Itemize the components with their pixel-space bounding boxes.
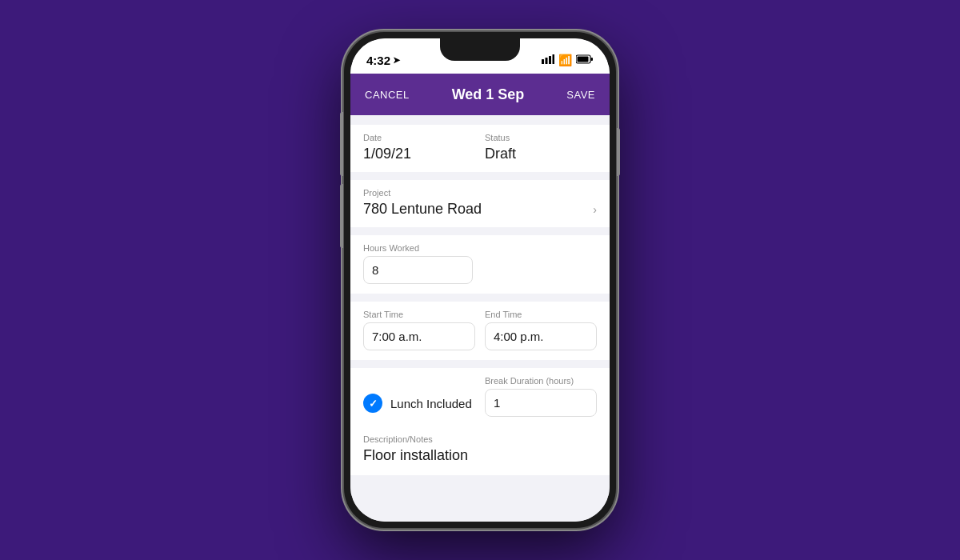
end-time-field: End Time 4:00 p.m.: [485, 310, 597, 350]
project-card: Project 780 Lentune Road ›: [350, 180, 610, 227]
svg-rect-1: [546, 58, 548, 64]
date-status-row: Date 1/09/21 Status Draft: [363, 133, 597, 162]
status-value[interactable]: Draft: [485, 146, 597, 162]
phone-wrapper: 4:32 ➤ 📶: [344, 32, 616, 528]
status-icons: 📶: [542, 53, 594, 67]
end-time-input[interactable]: 4:00 p.m.: [485, 322, 597, 350]
location-arrow-icon: ➤: [393, 55, 400, 66]
battery-icon: [576, 53, 594, 67]
checkmark-icon: ✓: [369, 398, 378, 410]
hours-label: Hours Worked: [363, 243, 597, 253]
wifi-icon: 📶: [558, 54, 572, 66]
time-card: Start Time 7:00 a.m. End Time 4:00 p.m.: [350, 302, 610, 360]
lunch-left: ✓ Lunch Included: [363, 376, 475, 416]
date-label: Date: [363, 133, 475, 142]
hours-input[interactable]: 8: [363, 256, 473, 284]
signal-icon: [542, 54, 554, 66]
form-content: Date 1/09/21 Status Draft Project 780 Le…: [350, 115, 610, 522]
status-time: 4:32 ➤: [366, 54, 400, 67]
notch: [440, 38, 520, 61]
svg-rect-5: [591, 58, 594, 61]
svg-rect-6: [578, 57, 589, 62]
break-right: Break Duration (hours) 1: [485, 376, 597, 417]
date-field: Date 1/09/21: [363, 133, 475, 162]
phone-screen: 4:32 ➤ 📶: [350, 38, 610, 522]
svg-rect-2: [549, 56, 551, 64]
project-value: 780 Lentune Road: [363, 201, 482, 218]
time-row: Start Time 7:00 a.m. End Time 4:00 p.m.: [363, 310, 597, 350]
svg-rect-0: [542, 59, 544, 64]
nav-bar: CANCEL Wed 1 Sep SAVE: [350, 74, 610, 115]
time-display: 4:32: [366, 54, 390, 67]
project-row[interactable]: 780 Lentune Road ›: [363, 201, 597, 218]
svg-rect-3: [553, 54, 555, 64]
break-duration-input[interactable]: 1: [485, 389, 597, 417]
date-value[interactable]: 1/09/21: [363, 146, 475, 162]
start-time-input[interactable]: 7:00 a.m.: [363, 322, 475, 350]
hours-card: Hours Worked 8: [350, 235, 610, 294]
description-card: Description/Notes Floor installation: [350, 426, 610, 475]
date-status-card: Date 1/09/21 Status Draft: [350, 125, 610, 172]
lunch-label: Lunch Included: [390, 397, 472, 410]
start-time-label: Start Time: [363, 310, 475, 319]
break-duration-label: Break Duration (hours): [485, 376, 597, 386]
description-value[interactable]: Floor installation: [363, 447, 597, 464]
lunch-checkbox-row[interactable]: ✓ Lunch Included: [363, 390, 472, 416]
save-button[interactable]: SAVE: [566, 89, 595, 101]
lunch-checkbox[interactable]: ✓: [363, 394, 382, 413]
end-time-label: End Time: [485, 310, 597, 319]
status-field: Status Draft: [485, 133, 597, 162]
lunch-break-card: ✓ Lunch Included Break Duration (hours) …: [350, 368, 610, 426]
start-time-field: Start Time 7:00 a.m.: [363, 310, 475, 350]
project-label: Project: [363, 188, 597, 198]
description-label: Description/Notes: [363, 434, 597, 444]
status-label: Status: [485, 133, 597, 142]
cancel-button[interactable]: CANCEL: [365, 89, 410, 101]
status-bar: 4:32 ➤ 📶: [350, 38, 610, 74]
nav-title: Wed 1 Sep: [452, 86, 525, 103]
chevron-right-icon: ›: [593, 203, 597, 216]
